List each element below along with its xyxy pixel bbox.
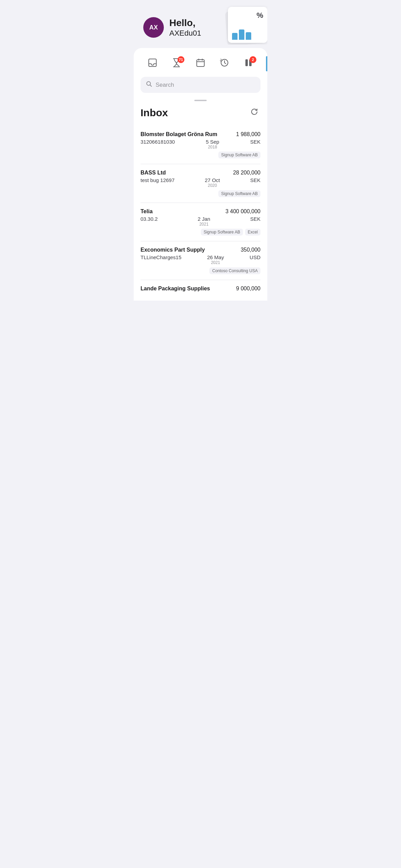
svg-rect-3 <box>245 59 248 66</box>
invoice-date: 26 May <box>207 254 224 260</box>
doc-front: % <box>228 7 267 43</box>
sheet-handle <box>194 100 207 101</box>
invoice-row-1: Exconomics Part Supply 350,000 <box>141 247 260 253</box>
invoice-ref: test bug 12697 <box>141 177 174 183</box>
invoice-row-2: test bug 12697 27 Oct 2020 SEK <box>141 177 260 188</box>
greeting-block: Hello, AXEdu01 <box>169 17 201 38</box>
invoice-item[interactable]: Exconomics Part Supply 350,000 TLLineCha… <box>141 241 260 280</box>
invoice-year: 2018 <box>208 145 217 149</box>
invoice-year: 2021 <box>211 260 220 265</box>
invoice-tags: Signup Software AB <box>141 190 260 197</box>
history-icon <box>220 58 229 70</box>
invoice-company: Telia <box>141 208 226 215</box>
invoice-row-1: Lande Packaging Supplies 9 000,000 <box>141 286 260 292</box>
invoice-year: 2020 <box>208 183 217 188</box>
invoice-ref: 312066181030 <box>141 139 175 145</box>
pending-badge: 71 <box>178 56 184 63</box>
invoice-date-block: 26 May 2021 <box>207 254 224 265</box>
tab-bar: 71 <box>134 53 267 77</box>
tab-calendar[interactable] <box>192 56 209 71</box>
invoice-date-block: 5 Sep 2018 <box>206 139 219 149</box>
invoice-amount: 3 400 000,000 <box>226 208 260 215</box>
inbox-header: Inbox <box>141 107 260 119</box>
inbox-title: Inbox <box>141 107 168 119</box>
invoice-company: BASS Ltd <box>141 170 233 176</box>
search-placeholder: Search <box>156 82 174 88</box>
inbox-icon <box>148 58 157 70</box>
invoice-date: 5 Sep <box>206 139 219 145</box>
invoice-row-1: Telia 3 400 000,000 <box>141 208 260 215</box>
doc-bar-1 <box>232 33 238 40</box>
search-icon <box>146 81 152 89</box>
invoice-list: Blomster Bolaget Gröna Rum 1 988,000 312… <box>141 126 260 301</box>
refresh-icon <box>250 108 258 118</box>
doc-stack: % <box>212 7 267 45</box>
doc-percent-label: % <box>232 11 263 20</box>
tab-history[interactable] <box>216 56 233 71</box>
invoice-item[interactable]: Telia 3 400 000,000 03.30.2 2 Jan 2021 S… <box>141 203 260 241</box>
calendar-icon <box>196 58 205 70</box>
invoice-date-block: 2 Jan 2021 <box>198 216 210 227</box>
doc-bars <box>232 29 263 40</box>
invoice-date: 27 Oct <box>205 177 220 183</box>
doc-bar-2 <box>239 29 244 40</box>
invoice-row-2: 03.30.2 2 Jan 2021 SEK <box>141 216 260 227</box>
invoice-row-2: 312066181030 5 Sep 2018 SEK <box>141 139 260 149</box>
search-bar[interactable]: Search <box>141 77 260 93</box>
header: AX Hello, AXEdu01 % <box>134 0 267 45</box>
invoice-date: 2 Jan <box>198 216 210 222</box>
invoice-date-block: 27 Oct 2020 <box>205 177 220 188</box>
invoice-ref: 03.30.2 <box>141 216 158 222</box>
invoice-amount: 28 200,000 <box>233 170 260 176</box>
invoice-currency: SEK <box>250 216 260 222</box>
greeting-name: AXEdu01 <box>169 29 201 38</box>
invoice-company: Blomster Bolaget Gröna Rum <box>141 131 236 137</box>
invoice-item[interactable]: Blomster Bolaget Gröna Rum 1 988,000 312… <box>141 126 260 164</box>
invoice-company: Lande Packaging Supplies <box>141 286 236 292</box>
invoice-company: Exconomics Part Supply <box>141 247 241 253</box>
tab-pending[interactable]: 71 <box>168 56 185 71</box>
invoice-tag: Excel <box>245 229 260 236</box>
invoice-tags: Signup Software AB <box>141 152 260 158</box>
invoice-row-2: TLLineCharges15 26 May 2021 USD <box>141 254 260 265</box>
invoice-tag: Signup Software AB <box>218 152 260 158</box>
invoice-tags: Signup Software ABExcel <box>141 229 260 236</box>
invoice-row-1: BASS Ltd 28 200,000 <box>141 170 260 176</box>
header-left: AX Hello, AXEdu01 <box>143 17 201 38</box>
search-container: Search <box>134 77 267 100</box>
tab-bar-indicator <box>266 56 267 71</box>
header-illustration: % <box>212 7 267 45</box>
avatar: AX <box>143 17 164 38</box>
bottom-sheet: 71 <box>134 48 267 301</box>
invoice-amount: 1 988,000 <box>236 131 260 137</box>
svg-rect-1 <box>197 60 204 67</box>
content-area: Inbox Blomster Bolaget Gröna Rum 1 988,0… <box>134 107 267 301</box>
doc-bar-3 <box>246 32 251 40</box>
invoice-item[interactable]: BASS Ltd 28 200,000 test bug 12697 27 Oc… <box>141 164 260 203</box>
invoice-ref: TLLineCharges15 <box>141 254 181 260</box>
invoice-tag: Contoso Consulting USA <box>209 267 260 274</box>
invoice-currency: SEK <box>250 139 260 145</box>
invoice-row-1: Blomster Bolaget Gröna Rum 1 988,000 <box>141 131 260 137</box>
refresh-button[interactable] <box>248 107 260 119</box>
tab-pause[interactable]: 2 <box>240 56 257 71</box>
invoice-year: 2021 <box>199 222 209 227</box>
invoice-tag: Signup Software AB <box>218 190 260 197</box>
greeting-hello: Hello, <box>169 17 201 29</box>
tab-inbox[interactable] <box>144 56 161 71</box>
invoice-tags: Contoso Consulting USA <box>141 267 260 274</box>
invoice-currency: SEK <box>250 177 260 183</box>
pause-badge: 2 <box>250 56 256 63</box>
invoice-item[interactable]: Lande Packaging Supplies 9 000,000 <box>141 280 260 301</box>
invoice-amount: 350,000 <box>241 247 260 253</box>
invoice-currency: USD <box>250 254 260 260</box>
invoice-tag: Signup Software AB <box>201 229 243 236</box>
invoice-amount: 9 000,000 <box>236 286 260 292</box>
